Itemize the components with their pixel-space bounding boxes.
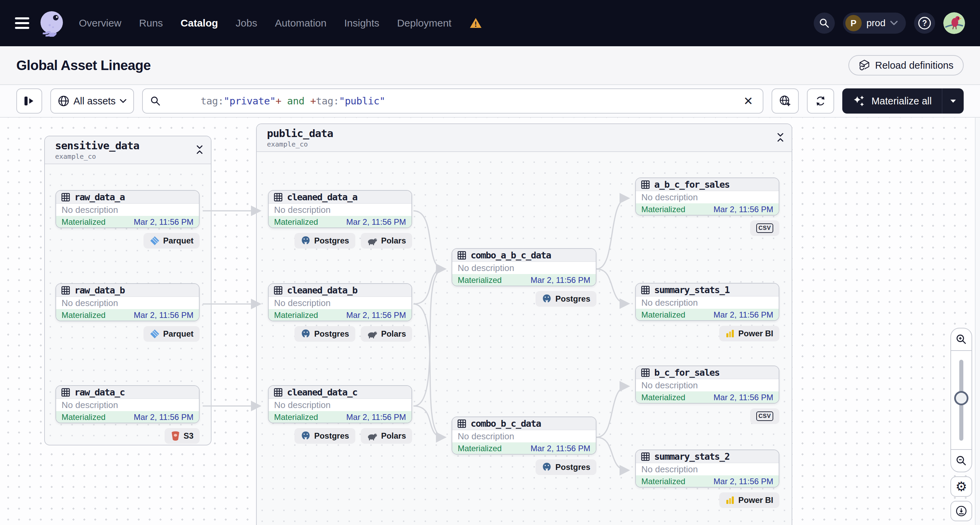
asset-description: No description [452,262,596,274]
asset-node-combo-b-c-data[interactable]: combo_b_c_data No description Materializ… [452,417,597,455]
kind-tag-parquet[interactable]: Parquet [143,233,200,248]
materialized-timestamp[interactable]: Mar 2, 11:56 PM [713,205,773,214]
status-badge: Materialized [62,217,105,227]
materialize-options-caret[interactable] [942,88,964,114]
status-badge: Materialized [458,444,501,453]
materialized-timestamp[interactable]: Mar 2, 11:56 PM [346,217,406,227]
asset-node-cleaned-data-b[interactable]: cleaned_data_b No description Materializ… [268,283,412,321]
kind-tag-csv[interactable]: CSV [750,220,780,236]
filter-query[interactable]: tag:"private"+ and +tag:"public" [166,84,736,118]
zoom-in-button[interactable] [951,328,972,350]
asset-name: a_b_c_for_sales [654,179,729,190]
collapse-group-icon[interactable] [195,145,204,155]
asset-description: No description [636,191,779,203]
group-header[interactable]: sensitive_data example_co [45,136,211,164]
kind-tag-postgres[interactable]: Postgres [294,233,355,248]
zoom-slider[interactable] [951,350,972,450]
kind-tag-polars[interactable]: Polars [361,233,412,248]
materialized-timestamp[interactable]: Mar 2, 11:56 PM [713,477,773,486]
materialized-timestamp[interactable]: Mar 2, 11:56 PM [713,393,773,402]
materialize-all-button[interactable]: Materialize all [842,88,942,114]
download-image-button[interactable] [950,501,972,521]
asset-node-combo-a-b-c-data[interactable]: combo_a_b_c_data No description Material… [452,248,597,286]
asset-node-raw-data-a[interactable]: raw_data_a No description MaterializedMa… [56,190,200,228]
materialized-timestamp[interactable]: Mar 2, 11:56 PM [713,310,773,320]
materialized-timestamp[interactable]: Mar 2, 11:56 PM [134,412,194,422]
materialized-timestamp[interactable]: Mar 2, 11:56 PM [530,275,590,285]
materialized-timestamp[interactable]: Mar 2, 11:56 PM [346,310,406,320]
kind-tag-csv[interactable]: CSV [750,408,780,424]
view-all-assets-button[interactable] [772,88,799,114]
asset-node-a-b-c-for-sales[interactable]: a_b_c_for_sales No description Materiali… [635,178,780,216]
nav-item-insights[interactable]: Insights [344,18,379,29]
postgres-icon [542,294,552,304]
canvas-scrollbar[interactable] [975,118,980,525]
zoom-out-button[interactable] [951,450,972,472]
refresh-button[interactable] [807,88,834,114]
asset-node-raw-data-b[interactable]: raw_data_b No description MaterializedMa… [56,283,200,321]
asset-node-b-c-for-sales[interactable]: b_c_for_sales No description Materialize… [635,366,780,404]
nav-item-automation[interactable]: Automation [275,18,326,29]
asset-node-raw-data-c[interactable]: raw_data_c No description MaterializedMa… [56,385,200,423]
clear-filter-icon[interactable]: ✕ [741,94,755,108]
asset-name: summary_stats_1 [654,285,729,295]
nav-item-jobs[interactable]: Jobs [235,18,257,29]
materialized-timestamp[interactable]: Mar 2, 11:56 PM [530,444,590,453]
asset-description: No description [636,463,779,476]
kind-tag-s3[interactable]: S3 [165,428,200,444]
user-avatar[interactable] [943,12,965,34]
s3-bucket-icon [171,431,180,441]
nav-item-deployment[interactable]: Deployment [397,18,452,29]
polars-bear-icon [367,431,378,441]
environment-name: prod [866,18,886,29]
table-icon [61,286,70,295]
kind-tag-polars[interactable]: Polars [361,428,412,444]
zoom-controls: ⚙ [950,328,972,521]
materialize-all-label: Materialize all [872,95,932,107]
asset-node-cleaned-data-a[interactable]: cleaned_data_a No description Materializ… [268,190,412,228]
powerbi-icon [725,495,735,505]
nav-item-runs[interactable]: Runs [139,18,163,29]
collapse-group-icon[interactable] [776,132,785,142]
toggle-sidebar-button[interactable] [16,88,42,114]
kind-tag-polars[interactable]: Polars [361,326,412,342]
asset-name: raw_data_a [75,192,125,202]
materialized-timestamp[interactable]: Mar 2, 11:56 PM [134,217,194,227]
kind-tag-postgres[interactable]: Postgres [536,460,597,475]
kind-tag-postgres[interactable]: Postgres [294,428,355,444]
asset-filter-input[interactable]: tag:"private"+ and +tag:"public" ✕ [142,88,764,114]
parquet-icon [150,235,160,246]
kind-tag-parquet[interactable]: Parquet [143,326,200,342]
asset-description: No description [269,297,412,309]
table-icon [641,452,650,461]
lineage-canvas[interactable]: sensitive_data example_co public_data ex… [0,118,980,525]
status-badge: Materialized [62,310,105,320]
search-button[interactable] [814,13,835,33]
menu-icon[interactable] [15,18,29,29]
table-icon [457,419,466,428]
kind-tag-powerbi[interactable]: Power BI [719,326,780,341]
kind-tag-postgres[interactable]: Postgres [294,326,355,342]
asset-name: cleaned_data_b [287,285,357,296]
top-nav: Overview Runs Catalog Jobs Automation In… [0,0,980,46]
asset-node-summary-stats-2[interactable]: summary_stats_2 No description Materiali… [635,450,780,488]
nav-item-overview[interactable]: Overview [79,18,121,29]
graph-settings-button[interactable]: ⚙ [950,476,972,497]
postgres-icon [301,235,311,246]
materialized-timestamp[interactable]: Mar 2, 11:56 PM [134,310,194,320]
dagster-logo[interactable] [38,10,65,37]
zoom-slider-handle[interactable] [954,391,969,405]
reload-definitions-button[interactable]: Reload definitions [848,55,964,75]
environment-switcher[interactable]: P prod [843,13,906,33]
sparkles-icon [853,94,866,108]
asset-scope-dropdown[interactable]: All assets [50,88,134,114]
group-header[interactable]: public_data example_co [257,124,792,152]
materialized-timestamp[interactable]: Mar 2, 11:56 PM [346,412,406,422]
kind-tag-postgres[interactable]: Postgres [536,291,597,307]
nav-item-catalog[interactable]: Catalog [181,18,218,29]
asset-node-cleaned-data-c[interactable]: cleaned_data_c No description Materializ… [268,385,412,423]
table-icon [61,388,70,397]
help-button[interactable]: ? [914,13,935,33]
kind-tag-powerbi[interactable]: Power BI [719,492,780,508]
asset-node-summary-stats-1[interactable]: summary_stats_1 No description Materiali… [635,283,780,321]
